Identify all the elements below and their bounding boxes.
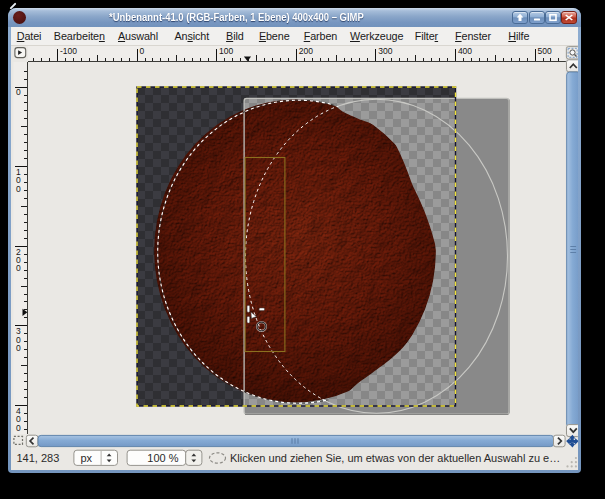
svg-text:141, 283: 141, 283	[16, 452, 59, 464]
svg-text:0: 0	[15, 184, 20, 194]
svg-text:100 %: 100 %	[147, 452, 178, 464]
svg-text:0: 0	[139, 46, 144, 56]
svg-text:100: 100	[219, 46, 233, 56]
svg-text:0: 0	[15, 263, 20, 273]
svg-text:500: 500	[537, 46, 551, 56]
svg-text:-100: -100	[59, 46, 76, 56]
svg-text:Klicken und ziehen Sie, um etw: Klicken und ziehen Sie, um etwas von der…	[230, 452, 560, 464]
svg-text:0: 0	[15, 423, 20, 433]
svg-text:0: 0	[15, 343, 20, 353]
svg-text:200: 200	[298, 46, 312, 56]
svg-text:300: 300	[378, 46, 392, 56]
svg-text:px: px	[80, 452, 92, 464]
svg-text:400: 400	[457, 46, 471, 56]
svg-text:0: 0	[15, 87, 20, 97]
